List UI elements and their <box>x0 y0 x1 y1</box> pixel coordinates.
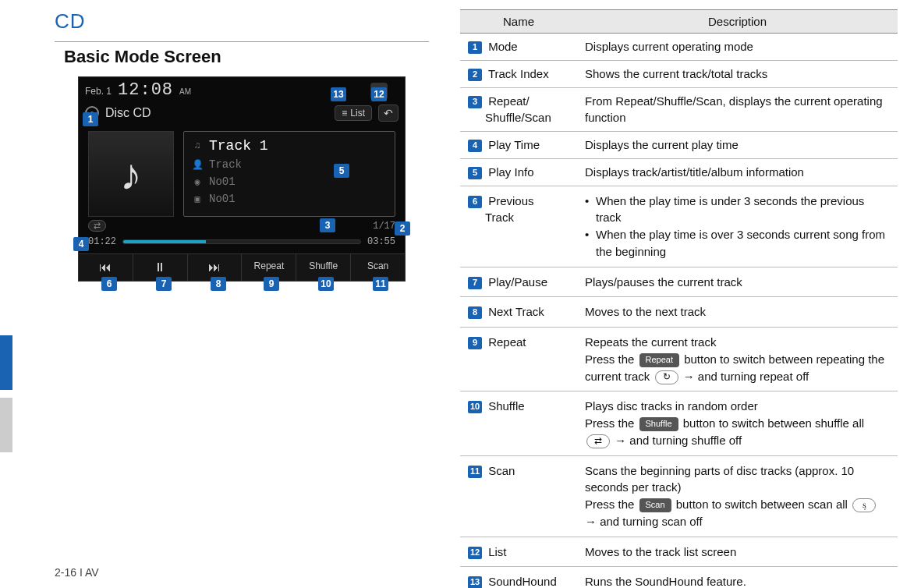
row-number-badge: 1 <box>468 41 482 54</box>
name-cell: 7 Play/Pause <box>460 267 577 297</box>
album-no: No01 <box>209 193 236 205</box>
th-name: Name <box>460 10 577 34</box>
desc-cell: Displays the current play time <box>577 132 898 159</box>
artist-icon: 👤 <box>192 159 203 170</box>
callout-2: 2 <box>395 221 410 236</box>
description-table: Name Description 1 ModeDisplays current … <box>460 9 898 588</box>
status-ampm: AM <box>179 87 191 96</box>
table-row: 2 Track IndexShows the current track/tot… <box>460 60 898 87</box>
progress-row: 01:22 03:55 <box>79 233 405 253</box>
name-cell: 13 SoundHound <box>460 567 577 588</box>
name-cell: 8 Next Track <box>460 297 577 328</box>
track-title-line: ♫Track 1 <box>192 138 387 154</box>
track-index: 1/17 <box>373 221 395 232</box>
album-line: ▣No01 <box>192 193 387 205</box>
disc-small-icon: ◉ <box>192 176 203 187</box>
name-cell: 1 Mode <box>460 34 577 61</box>
desc-cell: Moves to the track list screen <box>577 537 898 567</box>
callout-7: 7 <box>156 277 172 291</box>
music-icon: ♫ <box>192 140 203 151</box>
desc-cell: Plays/pauses the current track <box>577 267 898 297</box>
desc-cell: Displays track/artist/title/album inform… <box>577 158 898 186</box>
table-row: 12 ListMoves to the track list screen <box>460 537 898 567</box>
title-no: No01 <box>209 175 236 188</box>
section-title: Basic Mode Screen <box>64 47 429 67</box>
page-content: CD Basic Mode Screen Feb. 1 12:08 AM ♫ D… <box>0 0 921 588</box>
row-number-badge: 12 <box>468 547 482 559</box>
mode-row: Disc CD ≡List ↶ <box>79 101 405 125</box>
table-row: 11 ScanScans the beginning parts of disc… <box>460 455 898 537</box>
name-cell: 2 Track Index <box>460 60 577 87</box>
callout-5: 5 <box>334 164 349 178</box>
table-row: 6 PreviousTrackWhen the play time is und… <box>460 186 898 267</box>
desc-cell: Scans the beginning parts of disc tracks… <box>577 455 898 537</box>
play-area: ♪ ♫Track 1 👤Track ◉No01 ▣No01 <box>79 125 405 220</box>
artist-line: 👤Track <box>192 158 387 171</box>
chapter-title: CD <box>55 9 429 34</box>
control-row: ⏮ ⏸ ⏭ Repeat Shuffle Scan <box>79 253 405 281</box>
album-art: ♪ <box>88 131 174 217</box>
track-title: Track 1 <box>209 138 268 154</box>
row-number-badge: 10 <box>468 401 482 413</box>
desc-cell: From Repeat/Shuffle/Scan, displays the c… <box>577 87 898 132</box>
callout-6: 6 <box>101 277 117 291</box>
folder-icon: ▣ <box>192 193 203 204</box>
button-chip: Shuffle <box>639 417 678 431</box>
status-date: Feb. 1 <box>85 86 112 97</box>
callout-4: 4 <box>73 237 89 251</box>
desc-cell: Repeats the current trackPress the Repea… <box>577 328 898 391</box>
row-number-badge: 4 <box>468 140 482 152</box>
th-desc: Description <box>577 10 898 34</box>
desc-cell: Shows the current track/total tracks <box>577 60 898 87</box>
artist-text: Track <box>209 158 242 171</box>
callout-11: 11 <box>373 277 388 291</box>
desc-cell: When the play time is under 3 seconds th… <box>577 186 898 267</box>
mode-icon-chip: ↻ <box>655 370 678 384</box>
name-cell: 12 List <box>460 537 577 567</box>
mode-icon-chip: ⇄ <box>586 434 610 448</box>
callout-9: 9 <box>264 277 279 291</box>
name-cell: 9 Repeat <box>460 328 577 391</box>
table-row: 5 Play InfoDisplays track/artist/title/a… <box>460 158 898 186</box>
table-row: 8 Next TrackMoves to the next track <box>460 297 898 328</box>
next-icon: ⏭ <box>208 260 221 275</box>
title-line: ◉No01 <box>192 175 387 188</box>
back-button[interactable]: ↶ <box>378 104 399 122</box>
section-rule <box>55 41 429 42</box>
repeat-label: Repeat <box>254 260 285 271</box>
row-number-badge: 9 <box>468 337 482 349</box>
callout-12: 12 <box>371 87 387 101</box>
status-row: ⇄ 1/17 <box>79 220 405 233</box>
progress-bar[interactable] <box>122 239 361 244</box>
mode-label: Disc CD <box>105 106 151 120</box>
table-row: 3 Repeat/Shuffle/ScanFrom Repeat/Shuffle… <box>460 87 898 132</box>
button-chip: Scan <box>639 498 671 512</box>
right-column: Name Description 1 ModeDisplays current … <box>460 9 898 557</box>
callout-1: 1 <box>83 112 98 126</box>
desc-cell: Displays current operating mode <box>577 34 898 61</box>
row-number-badge: 7 <box>468 277 482 289</box>
name-cell: 4 Play Time <box>460 132 577 159</box>
desc-cell: Plays disc tracks in random orderPress t… <box>577 391 898 455</box>
table-row: 13 SoundHoundRuns the SoundHound feature… <box>460 567 898 588</box>
side-tab-inactive <box>0 398 12 452</box>
callout-8: 8 <box>211 277 226 291</box>
pause-icon: ⏸ <box>154 260 166 275</box>
callout-13: 13 <box>331 87 346 101</box>
name-cell: 10 Shuffle <box>460 391 577 455</box>
callout-10: 10 <box>318 277 334 291</box>
name-cell: 3 Repeat/Shuffle/Scan <box>460 87 577 132</box>
row-number-badge: 5 <box>468 167 482 179</box>
name-cell: 11 Scan <box>460 455 577 537</box>
callout-3: 3 <box>320 218 335 232</box>
bullet-item: When the play time is under 3 seconds th… <box>585 193 890 227</box>
list-button[interactable]: ≡List <box>335 105 372 121</box>
scan-label: Scan <box>367 260 388 271</box>
name-cell: 5 Play Info <box>460 158 577 186</box>
elapsed-time: 01:22 <box>88 236 116 247</box>
button-chip: Repeat <box>639 353 679 367</box>
bullet-item: When the play time is over 3 seconds cur… <box>585 226 890 260</box>
left-column: CD Basic Mode Screen Feb. 1 12:08 AM ♫ D… <box>55 9 429 557</box>
device-screenshot: Feb. 1 12:08 AM ♫ Disc CD ≡List ↶ ♪ ♫Tra… <box>78 76 406 282</box>
row-number-badge: 11 <box>468 466 482 478</box>
